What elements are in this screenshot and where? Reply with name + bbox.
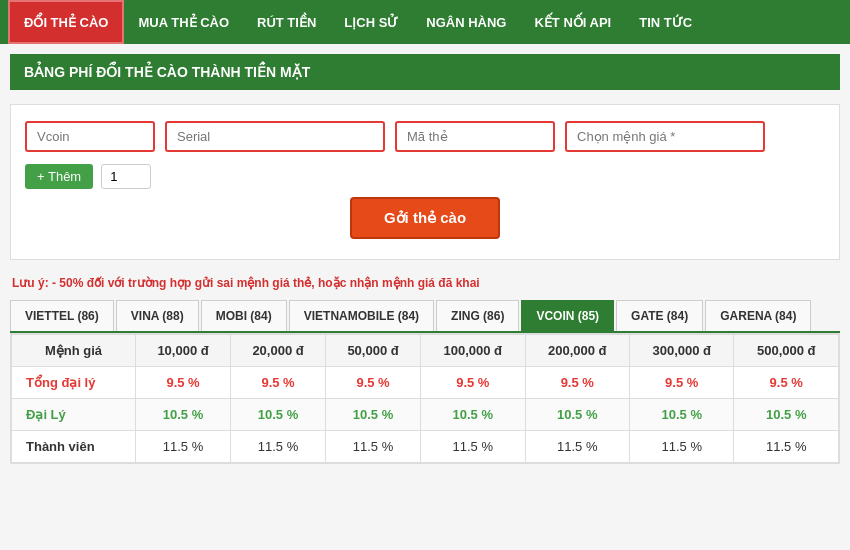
- row-label-tong-dl: Tổng đại lý: [12, 367, 136, 399]
- submit-button[interactable]: Gởi thẻ cào: [350, 197, 500, 239]
- col-header-5: 200,000 đ: [525, 335, 629, 367]
- col-header-4: 100,000 đ: [421, 335, 525, 367]
- col-header-2: 20,000 đ: [231, 335, 326, 367]
- cell-thanh-vien-3: 11.5 %: [421, 431, 525, 463]
- tab-vina[interactable]: VINA (88): [116, 300, 199, 331]
- col-header-0: Mệnh giá: [12, 335, 136, 367]
- cell-tong-dl-1: 9.5 %: [231, 367, 326, 399]
- table-row: Thành viên11.5 %11.5 %11.5 %11.5 %11.5 %…: [12, 431, 839, 463]
- cell-dai-ly-3: 10.5 %: [421, 399, 525, 431]
- form-inputs-row: [25, 121, 825, 152]
- fee-table-wrap: Mệnh giá10,000 đ20,000 đ50,000 đ100,000 …: [10, 333, 840, 464]
- add-row: + Thêm: [25, 164, 825, 189]
- cell-thanh-vien-5: 11.5 %: [629, 431, 733, 463]
- add-button[interactable]: + Thêm: [25, 164, 93, 189]
- cell-thanh-vien-6: 11.5 %: [734, 431, 839, 463]
- tabs-bar: VIETTEL (86)VINA (88)MOBI (84)VIETNAMOBI…: [10, 300, 840, 333]
- tab-zing[interactable]: ZING (86): [436, 300, 519, 331]
- note-body: - 50% đối với trường hợp gửi sai mệnh gi…: [49, 276, 480, 290]
- cell-tong-dl-5: 9.5 %: [629, 367, 733, 399]
- cell-dai-ly-6: 10.5 %: [734, 399, 839, 431]
- table-row: Đại Lý10.5 %10.5 %10.5 %10.5 %10.5 %10.5…: [12, 399, 839, 431]
- tab-gate[interactable]: GATE (84): [616, 300, 703, 331]
- submit-row: Gởi thẻ cào: [25, 197, 825, 239]
- vcoin-input[interactable]: [25, 121, 155, 152]
- col-header-7: 500,000 đ: [734, 335, 839, 367]
- row-label-thanh-vien: Thành viên: [12, 431, 136, 463]
- cell-tong-dl-6: 9.5 %: [734, 367, 839, 399]
- form-card: + Thêm Gởi thẻ cào: [10, 104, 840, 260]
- col-header-6: 300,000 đ: [629, 335, 733, 367]
- cell-dai-ly-4: 10.5 %: [525, 399, 629, 431]
- cell-tong-dl-3: 9.5 %: [421, 367, 525, 399]
- cell-tong-dl-2: 9.5 %: [326, 367, 421, 399]
- cell-dai-ly-1: 10.5 %: [231, 399, 326, 431]
- tab-vcoin[interactable]: VCOIN (85): [521, 300, 614, 331]
- col-header-1: 10,000 đ: [136, 335, 231, 367]
- tab-vietnamobile[interactable]: VIETNAMOBILE (84): [289, 300, 434, 331]
- serial-input[interactable]: [165, 121, 385, 152]
- fee-table: Mệnh giá10,000 đ20,000 đ50,000 đ100,000 …: [11, 334, 839, 463]
- cell-tong-dl-4: 9.5 %: [525, 367, 629, 399]
- nav-item-doi-the-cao[interactable]: ĐỔI THẺ CÀO: [8, 0, 124, 44]
- table-row: Tổng đại lý9.5 %9.5 %9.5 %9.5 %9.5 %9.5 …: [12, 367, 839, 399]
- nav-item-lich-su[interactable]: LỊCH SỬ: [330, 0, 412, 44]
- qty-input[interactable]: [101, 164, 151, 189]
- cell-tong-dl-0: 9.5 %: [136, 367, 231, 399]
- col-header-3: 50,000 đ: [326, 335, 421, 367]
- main-nav: ĐỔI THẺ CÀOMUA THẺ CÀORÚT TIỀNLỊCH SỬNGÂ…: [0, 0, 850, 44]
- cell-thanh-vien-1: 11.5 %: [231, 431, 326, 463]
- tab-garena[interactable]: GARENA (84): [705, 300, 811, 331]
- cell-dai-ly-5: 10.5 %: [629, 399, 733, 431]
- nav-item-ket-noi-api[interactable]: KẾT NỐI API: [520, 0, 625, 44]
- nav-item-ngan-hang[interactable]: NGÂN HÀNG: [412, 0, 520, 44]
- nav-item-rut-tien[interactable]: RÚT TIỀN: [243, 0, 330, 44]
- nav-item-mua-the-cao[interactable]: MUA THẺ CÀO: [124, 0, 243, 44]
- cell-thanh-vien-0: 11.5 %: [136, 431, 231, 463]
- section-title: BẢNG PHÍ ĐỔI THẺ CÀO THÀNH TIỀN MẶT: [10, 54, 840, 90]
- note-prefix: Lưu ý:: [12, 276, 49, 290]
- note-text: Lưu ý: - 50% đối với trường hợp gửi sai …: [10, 270, 840, 300]
- tab-viettel[interactable]: VIETTEL (86): [10, 300, 114, 331]
- tab-mobi[interactable]: MOBI (84): [201, 300, 287, 331]
- nav-item-tin-tuc[interactable]: TIN TỨC: [625, 0, 706, 44]
- mathe-input[interactable]: [395, 121, 555, 152]
- menh-gia-input[interactable]: [565, 121, 765, 152]
- cell-thanh-vien-2: 11.5 %: [326, 431, 421, 463]
- row-label-dai-ly: Đại Lý: [12, 399, 136, 431]
- cell-thanh-vien-4: 11.5 %: [525, 431, 629, 463]
- cell-dai-ly-0: 10.5 %: [136, 399, 231, 431]
- cell-dai-ly-2: 10.5 %: [326, 399, 421, 431]
